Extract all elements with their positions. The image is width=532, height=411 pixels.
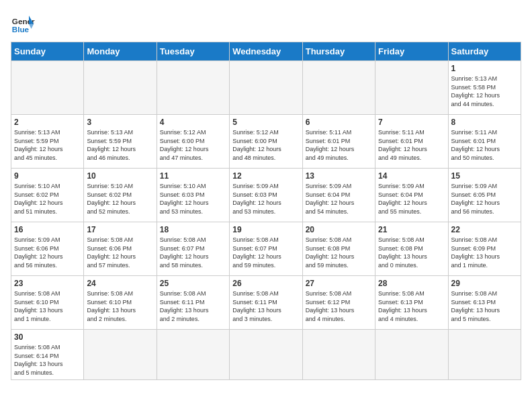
calendar-day-cell: 2Sunrise: 5:13 AM Sunset: 5:59 PM Daylig… — [11, 115, 84, 169]
day-info: Sunrise: 5:11 AM Sunset: 6:01 PM Dayligh… — [378, 128, 445, 162]
day-of-week-header: Saturday — [448, 42, 521, 61]
day-number: 20 — [306, 225, 372, 234]
day-number: 9 — [14, 171, 81, 181]
day-info: Sunrise: 5:08 AM Sunset: 6:07 PM Dayligh… — [232, 236, 299, 269]
calendar-day-cell: 27Sunrise: 5:08 AM Sunset: 6:12 PM Dayli… — [302, 276, 375, 330]
day-number: 3 — [87, 118, 153, 127]
calendar-day-cell: 6Sunrise: 5:11 AM Sunset: 6:01 PM Daylig… — [302, 115, 375, 169]
calendar-day-cell: 1Sunrise: 5:13 AM Sunset: 5:58 PM Daylig… — [448, 61, 521, 115]
calendar-day-cell: 16Sunrise: 5:09 AM Sunset: 6:06 PM Dayli… — [11, 222, 84, 276]
day-number: 28 — [378, 279, 445, 288]
day-info: Sunrise: 5:08 AM Sunset: 6:08 PM Dayligh… — [378, 236, 445, 269]
day-of-week-header: Wednesday — [230, 42, 302, 61]
calendar-day-cell: 14Sunrise: 5:09 AM Sunset: 6:04 PM Dayli… — [375, 169, 448, 222]
calendar-day-cell: 30Sunrise: 5:08 AM Sunset: 6:14 PM Dayli… — [11, 330, 84, 380]
calendar-day-cell — [302, 61, 375, 115]
calendar-body: 1Sunrise: 5:13 AM Sunset: 5:58 PM Daylig… — [11, 61, 521, 380]
calendar-day-cell — [230, 330, 302, 380]
calendar-day-cell: 5Sunrise: 5:12 AM Sunset: 6:00 PM Daylig… — [230, 115, 302, 169]
calendar-day-cell: 29Sunrise: 5:08 AM Sunset: 6:13 PM Dayli… — [448, 276, 521, 330]
day-info: Sunrise: 5:08 AM Sunset: 6:07 PM Dayligh… — [160, 236, 226, 269]
day-info: Sunrise: 5:08 AM Sunset: 6:11 PM Dayligh… — [160, 289, 226, 323]
day-info: Sunrise: 5:08 AM Sunset: 6:10 PM Dayligh… — [87, 289, 153, 323]
calendar-day-cell — [157, 330, 229, 380]
svg-marker-3 — [29, 24, 34, 29]
day-number: 18 — [160, 225, 226, 234]
day-info: Sunrise: 5:10 AM Sunset: 6:03 PM Dayligh… — [160, 182, 226, 216]
calendar-day-cell: 26Sunrise: 5:08 AM Sunset: 6:11 PM Dayli… — [230, 276, 302, 330]
calendar-day-cell — [448, 330, 521, 380]
calendar-day-cell: 17Sunrise: 5:08 AM Sunset: 6:06 PM Dayli… — [84, 222, 157, 276]
calendar-day-cell — [11, 61, 84, 115]
calendar-day-cell: 19Sunrise: 5:08 AM Sunset: 6:07 PM Dayli… — [230, 222, 302, 276]
calendar-day-cell: 20Sunrise: 5:08 AM Sunset: 6:08 PM Dayli… — [302, 222, 375, 276]
day-info: Sunrise: 5:13 AM Sunset: 5:58 PM Dayligh… — [451, 75, 518, 108]
day-info: Sunrise: 5:09 AM Sunset: 6:04 PM Dayligh… — [306, 182, 372, 216]
calendar-day-cell — [157, 61, 229, 115]
day-number: 30 — [14, 332, 81, 342]
day-number: 26 — [232, 279, 299, 288]
day-number: 23 — [14, 279, 81, 288]
day-number: 22 — [451, 225, 518, 234]
calendar-day-cell: 22Sunrise: 5:08 AM Sunset: 6:09 PM Dayli… — [448, 222, 521, 276]
day-of-week-header: Tuesday — [157, 42, 229, 61]
calendar-week-row: 2Sunrise: 5:13 AM Sunset: 5:59 PM Daylig… — [11, 115, 521, 169]
calendar-week-row: 16Sunrise: 5:09 AM Sunset: 6:06 PM Dayli… — [11, 222, 521, 276]
header-row: SundayMondayTuesdayWednesdayThursdayFrid… — [11, 42, 521, 61]
calendar-day-cell: 25Sunrise: 5:08 AM Sunset: 6:11 PM Dayli… — [157, 276, 229, 330]
day-of-week-header: Friday — [375, 42, 448, 61]
day-number: 11 — [160, 171, 226, 181]
day-number: 2 — [14, 118, 81, 127]
day-info: Sunrise: 5:08 AM Sunset: 6:06 PM Dayligh… — [87, 236, 153, 269]
calendar-week-row: 23Sunrise: 5:08 AM Sunset: 6:10 PM Dayli… — [11, 276, 521, 330]
day-number: 14 — [378, 171, 445, 181]
day-number: 21 — [378, 225, 445, 234]
calendar-day-cell: 24Sunrise: 5:08 AM Sunset: 6:10 PM Dayli… — [84, 276, 157, 330]
calendar-day-cell: 10Sunrise: 5:10 AM Sunset: 6:02 PM Dayli… — [84, 169, 157, 222]
day-info: Sunrise: 5:10 AM Sunset: 6:02 PM Dayligh… — [14, 182, 81, 216]
calendar-week-row: 9Sunrise: 5:10 AM Sunset: 6:02 PM Daylig… — [11, 169, 521, 222]
logo: General Blue — [11, 11, 35, 35]
calendar-day-cell: 11Sunrise: 5:10 AM Sunset: 6:03 PM Dayli… — [157, 169, 229, 222]
day-info: Sunrise: 5:12 AM Sunset: 6:00 PM Dayligh… — [232, 128, 299, 162]
calendar-day-cell — [84, 330, 157, 380]
day-number: 7 — [378, 118, 445, 127]
day-number: 6 — [306, 118, 372, 127]
calendar-week-row: 30Sunrise: 5:08 AM Sunset: 6:14 PM Dayli… — [11, 330, 521, 380]
day-number: 8 — [451, 118, 518, 127]
calendar-day-cell — [302, 330, 375, 380]
day-number: 5 — [232, 118, 299, 127]
day-number: 17 — [87, 225, 153, 234]
calendar-table: SundayMondayTuesdayWednesdayThursdayFrid… — [11, 42, 521, 380]
day-of-week-header: Monday — [84, 42, 157, 61]
calendar-week-row: 1Sunrise: 5:13 AM Sunset: 5:58 PM Daylig… — [11, 61, 521, 115]
day-info: Sunrise: 5:13 AM Sunset: 5:59 PM Dayligh… — [14, 128, 81, 162]
calendar-day-cell — [230, 61, 302, 115]
day-info: Sunrise: 5:09 AM Sunset: 6:05 PM Dayligh… — [451, 182, 518, 216]
day-info: Sunrise: 5:08 AM Sunset: 6:11 PM Dayligh… — [232, 289, 299, 323]
calendar-day-cell: 3Sunrise: 5:13 AM Sunset: 5:59 PM Daylig… — [84, 115, 157, 169]
day-info: Sunrise: 5:13 AM Sunset: 5:59 PM Dayligh… — [87, 128, 153, 162]
day-info: Sunrise: 5:12 AM Sunset: 6:00 PM Dayligh… — [160, 128, 226, 162]
calendar-day-cell: 21Sunrise: 5:08 AM Sunset: 6:08 PM Dayli… — [375, 222, 448, 276]
day-number: 16 — [14, 225, 81, 234]
day-number: 15 — [451, 171, 518, 181]
day-number: 27 — [306, 279, 372, 288]
day-info: Sunrise: 5:08 AM Sunset: 6:09 PM Dayligh… — [451, 236, 518, 269]
day-number: 13 — [306, 171, 372, 181]
calendar-day-cell: 9Sunrise: 5:10 AM Sunset: 6:02 PM Daylig… — [11, 169, 84, 222]
day-number: 4 — [160, 118, 226, 127]
day-info: Sunrise: 5:08 AM Sunset: 6:08 PM Dayligh… — [306, 236, 372, 269]
day-info: Sunrise: 5:08 AM Sunset: 6:12 PM Dayligh… — [306, 289, 372, 323]
calendar-day-cell — [84, 61, 157, 115]
day-number: 1 — [451, 64, 518, 73]
day-number: 19 — [232, 225, 299, 234]
day-info: Sunrise: 5:09 AM Sunset: 6:06 PM Dayligh… — [14, 236, 81, 269]
svg-text:Blue: Blue — [12, 25, 30, 34]
calendar-day-cell: 8Sunrise: 5:11 AM Sunset: 6:01 PM Daylig… — [448, 115, 521, 169]
day-info: Sunrise: 5:09 AM Sunset: 6:04 PM Dayligh… — [378, 182, 445, 216]
calendar-day-cell: 4Sunrise: 5:12 AM Sunset: 6:00 PM Daylig… — [157, 115, 229, 169]
calendar-day-cell: 18Sunrise: 5:08 AM Sunset: 6:07 PM Dayli… — [157, 222, 229, 276]
calendar-day-cell — [375, 330, 448, 380]
day-number: 29 — [451, 279, 518, 288]
